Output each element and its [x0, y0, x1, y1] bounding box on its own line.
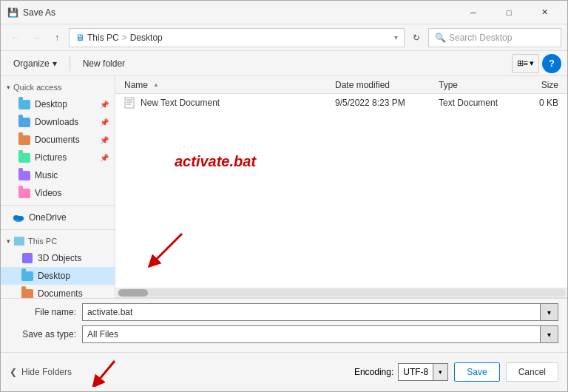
filetype-field-wrap: All Files ▾	[82, 325, 558, 343]
address-path[interactable]: 🖥 This PC > Desktop ▾	[69, 28, 405, 47]
file-icon-txt	[124, 97, 136, 109]
save-as-dialog: 💾 Save As ─ □ ✕ ← → ↑ 🖥 This PC > Deskto…	[0, 0, 568, 392]
hide-folders-label: Hide Folders	[21, 367, 72, 377]
onedrive-icon	[13, 213, 24, 222]
view-button[interactable]: ⊞≡ ▾	[512, 54, 539, 73]
encoding-value: UTF-8	[398, 363, 433, 381]
minimize-button[interactable]: ─	[456, 5, 490, 20]
scrollbar-thumb[interactable]	[118, 289, 148, 297]
sidebar-documents-label: Documents	[35, 135, 80, 145]
back-button[interactable]: ←	[7, 29, 24, 47]
pictures-icon	[18, 152, 30, 163]
search-icon: 🔍	[435, 33, 446, 43]
view-arrow: ▾	[530, 58, 534, 68]
file-list-header: Name Date modified Type Size	[115, 76, 567, 94]
sidebar-item-music[interactable]: Music	[1, 166, 115, 184]
cancel-button[interactable]: Cancel	[506, 362, 558, 382]
sidebar-music-label: Music	[35, 170, 58, 180]
documents-pc-icon	[21, 288, 33, 298]
up-button[interactable]: ↑	[48, 29, 66, 47]
file-name: New Text Document	[141, 98, 220, 108]
quick-access-label: Quick access	[13, 83, 61, 92]
col-name-header[interactable]: Name	[121, 77, 332, 93]
filename-dropdown[interactable]: ▾	[541, 303, 558, 321]
filename-input[interactable]	[82, 303, 541, 321]
this-pc-header[interactable]: ▾ This PC	[1, 233, 115, 249]
new-folder-button[interactable]: New folder	[76, 54, 132, 73]
encoding-wrap: Encoding: UTF-8 ▾	[354, 363, 448, 381]
hide-folders-area[interactable]: ❮ Hide Folders	[10, 367, 72, 377]
file-list-body: New Text Document 9/5/2022 8:23 PM Text …	[115, 94, 567, 112]
sidebar-desktop-label: Desktop	[35, 99, 67, 109]
filetype-dropdown[interactable]: ▾	[541, 325, 558, 343]
col-type-label: Type	[439, 80, 458, 90]
file-type: Text Document	[436, 95, 517, 111]
svg-point-2	[18, 216, 24, 220]
quick-access-arrow: ▾	[7, 84, 10, 91]
sidebar-pictures-label: Pictures	[35, 152, 67, 163]
organize-button[interactable]: Organize ▾	[7, 54, 64, 73]
col-date-header[interactable]: Date modified	[332, 77, 436, 93]
col-size-header[interactable]: Size	[517, 77, 561, 93]
table-row[interactable]: New Text Document 9/5/2022 8:23 PM Text …	[115, 94, 567, 112]
pin-icon-downloads: 📌	[100, 118, 109, 126]
file-list-wrapper: New Text Document 9/5/2022 8:23 PM Text …	[115, 94, 567, 288]
sidebar-item-documents-pc[interactable]: Documents	[1, 285, 115, 298]
search-box[interactable]: 🔍 Search Desktop	[428, 28, 561, 47]
maximize-button[interactable]: □	[492, 5, 526, 20]
filetype-row: Save as type: All Files ▾	[10, 325, 558, 343]
scrollbar-track[interactable]	[117, 289, 566, 297]
help-button[interactable]: ?	[542, 54, 561, 73]
save-button[interactable]: Save	[454, 362, 499, 382]
sidebar-this-pc-label: This PC	[28, 237, 57, 246]
sidebar-item-pictures[interactable]: Pictures 📌	[1, 149, 115, 166]
toolbar: Organize ▾ New folder ⊞≡ ▾ ?	[1, 51, 567, 76]
filetype-value: All Files	[82, 325, 541, 343]
downloads-icon	[18, 116, 30, 128]
path-root: This PC	[87, 33, 119, 43]
address-bar: ← → ↑ 🖥 This PC > Desktop ▾ ↻ 🔍 Search D…	[1, 24, 567, 51]
col-type-header[interactable]: Type	[436, 77, 517, 93]
sidebar-item-onedrive[interactable]: OneDrive	[1, 209, 115, 226]
filename-label: File name:	[10, 307, 76, 317]
search-placeholder: Search Desktop	[449, 33, 512, 43]
view-icon: ⊞≡	[517, 58, 528, 68]
svg-line-8	[152, 234, 182, 263]
chevron-left-icon: ❮	[10, 367, 17, 377]
sidebar-item-documents[interactable]: Documents 📌	[1, 131, 115, 149]
sidebar-downloads-label: Downloads	[35, 117, 78, 127]
encoding-label: Encoding:	[354, 367, 393, 377]
sidebar-divider-2	[1, 229, 115, 230]
desktop-pc-icon	[21, 270, 33, 282]
sidebar-item-3d-objects[interactable]: 3D Objects	[1, 249, 115, 267]
encoding-dropdown[interactable]: ▾	[433, 363, 448, 381]
arrow-annotation	[138, 226, 197, 273]
sidebar-documents-pc-label: Documents	[38, 288, 83, 298]
close-button[interactable]: ✕	[527, 5, 561, 20]
filetype-label: Save as type:	[10, 329, 76, 339]
sidebar-desktop-pc-label: Desktop	[38, 271, 70, 281]
sidebar-3d-label: 3D Objects	[38, 253, 81, 263]
path-separator: >	[122, 33, 127, 43]
horizontal-scrollbar[interactable]	[115, 288, 567, 298]
path-dropdown-arrow: ▾	[394, 33, 398, 41]
footer-right: Encoding: UTF-8 ▾ Save Cancel	[354, 362, 558, 382]
forward-button[interactable]: →	[27, 29, 45, 47]
window-controls: ─ □ ✕	[456, 5, 561, 20]
sidebar-item-videos[interactable]: Videos	[1, 184, 115, 202]
annotation-overlay: activate.bat	[175, 153, 256, 170]
desktop-icon	[18, 98, 30, 110]
pin-icon: 📌	[100, 101, 109, 109]
organize-label: Organize	[13, 58, 50, 69]
sidebar-item-downloads[interactable]: Downloads 📌	[1, 113, 115, 131]
refresh-button[interactable]: ↻	[408, 29, 425, 47]
svg-line-10	[96, 361, 115, 383]
sidebar-item-desktop[interactable]: Desktop 📌	[1, 95, 115, 113]
filename-row: File name: ▾	[10, 303, 558, 321]
new-folder-label: New folder	[83, 58, 125, 69]
sidebar-divider-1	[1, 205, 115, 206]
quick-access-header: ▾ Quick access	[1, 79, 115, 95]
organize-arrow: ▾	[53, 58, 57, 69]
music-icon	[18, 169, 30, 181]
sidebar-item-desktop-pc[interactable]: Desktop	[1, 267, 115, 285]
